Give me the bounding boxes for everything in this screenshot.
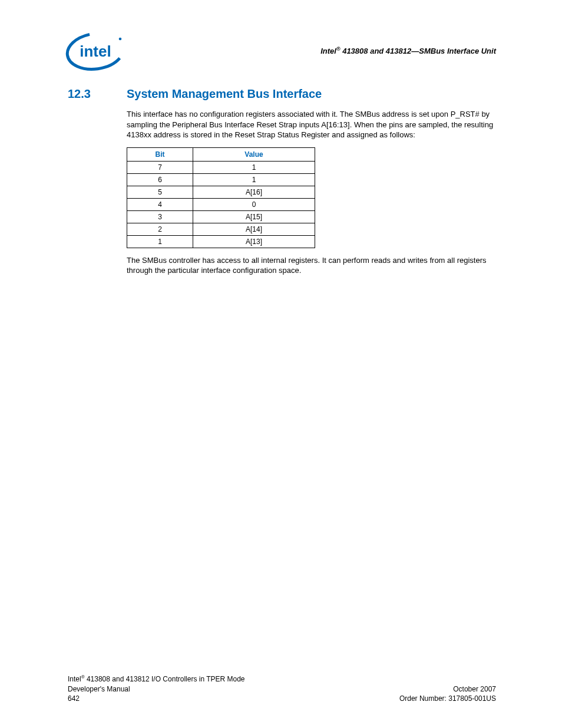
header-reg: ® [336, 46, 340, 52]
cell-bit: 1 [127, 235, 193, 248]
post-table-paragraph: The SMBus controller has access to all i… [127, 255, 497, 276]
footer-order-number: Order Number: 317805-001US [399, 694, 496, 703]
cell-value: A[13] [193, 235, 315, 248]
table-row: 7 1 [127, 161, 315, 173]
cell-bit: 2 [127, 223, 193, 235]
section-heading-row: 12.3 System Management Bus Interface [68, 87, 496, 101]
intro-paragraph: This interface has no configuration regi… [127, 109, 497, 140]
footer-manual-label: Developer's Manual [68, 684, 245, 694]
svg-point-1 [119, 38, 122, 41]
cell-value: A[14] [193, 223, 315, 235]
table-header-value: Value [193, 147, 315, 161]
header-rest: 413808 and 413812—SMBus Interface Unit [340, 47, 496, 55]
body-content: This interface has no configuration regi… [127, 109, 497, 283]
table-row: 6 1 [127, 173, 315, 186]
table-row: 3 A[15] [127, 210, 315, 223]
cell-value: 0 [193, 198, 315, 210]
header-brand: Intel [320, 47, 336, 55]
section-title: System Management Bus Interface [127, 87, 322, 101]
svg-text:intel: intel [80, 42, 111, 60]
footer-left: Intel® 413808 and 413812 I/O Controllers… [68, 674, 245, 703]
cell-value: 1 [193, 161, 315, 173]
cell-value: 1 [193, 173, 315, 186]
table-row: 5 A[16] [127, 186, 315, 198]
bit-value-table: Bit Value 7 1 6 1 5 A[16] 4 [127, 147, 315, 248]
section-number: 12.3 [68, 87, 127, 101]
document-page: intel Intel® 413808 and 413812—SMBus Int… [0, 0, 562, 728]
table-header-bit: Bit [127, 147, 193, 161]
intel-logo: intel [64, 31, 127, 72]
cell-bit: 6 [127, 173, 193, 186]
table-row: 4 0 [127, 198, 315, 210]
cell-value: A[15] [193, 210, 315, 223]
cell-bit: 4 [127, 198, 193, 210]
table-row: 2 A[14] [127, 223, 315, 235]
table-row: 1 A[13] [127, 235, 315, 248]
page-footer: Intel® 413808 and 413812 I/O Controllers… [68, 674, 496, 703]
cell-bit: 7 [127, 161, 193, 173]
footer-doc-title: Intel® 413808 and 413812 I/O Controllers… [68, 674, 245, 684]
footer-date: October 2007 [399, 684, 496, 694]
running-header: Intel® 413808 and 413812—SMBus Interface… [320, 46, 496, 55]
table-header-row: Bit Value [127, 147, 315, 161]
footer-page-number: 642 [68, 694, 245, 703]
cell-bit: 5 [127, 186, 193, 198]
cell-value: A[16] [193, 186, 315, 198]
cell-bit: 3 [127, 210, 193, 223]
footer-right: October 2007 Order Number: 317805-001US [399, 684, 496, 703]
